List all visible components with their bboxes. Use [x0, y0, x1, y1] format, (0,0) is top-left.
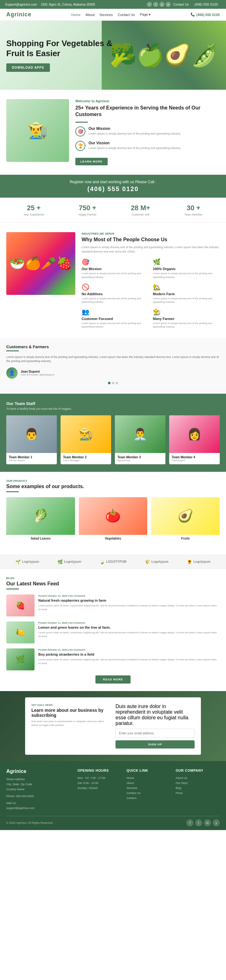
subscribe-right: Duis aute irure dolor in reprehenderit i… — [116, 704, 195, 748]
why-organic-icon: 🌿 — [153, 258, 220, 266]
partner-3[interactable]: 🍃 LOGOTYPUM — [100, 559, 126, 564]
hero-images: 🥦🍏🥑🫛 — [102, 21, 226, 90]
read-more-button[interactable]: READ MORE — [95, 675, 131, 684]
blog-meta-3: Posted October 11, 2024 | No Comment — [38, 648, 220, 651]
why-farmer-icon: 👨‍🌾 — [153, 308, 220, 316]
team-title: Our Team Staff — [6, 401, 220, 406]
footer-social: f t in y — [186, 819, 220, 826]
team-info-3: Team Member 3 Agronomist — [115, 453, 166, 464]
why-additives-title: No Additives — [81, 292, 148, 296]
blog-excerpt-2: Lorem ipsum dolor sit amet, consectetur … — [38, 631, 220, 638]
youtube-icon[interactable]: y — [166, 2, 171, 7]
why-description: Lorem ipsum is simply dummy text of the … — [81, 245, 220, 254]
why-customer-title: Customer Focused — [81, 317, 148, 321]
subscribe-title: Learn more about our business by subscri… — [31, 708, 110, 718]
email-link[interactable]: Support@agrinice.com — [5, 3, 37, 6]
product-fruits[interactable]: 🥑 Fruits — [151, 497, 220, 542]
why-item-customer: 👥 Customer Focused Lorem ipsum is simply… — [81, 308, 148, 328]
navbar-brand[interactable]: Agrinice — [6, 11, 31, 18]
nav-page[interactable]: Page ▾ — [140, 13, 151, 17]
blog-title-2[interactable]: Lemon and green leaves on the tree at fa… — [38, 625, 220, 630]
why-mission-text: Lorem ipsum is simply dummy text of the … — [81, 272, 148, 278]
partner-1[interactable]: 🌱 Logotypum — [15, 559, 39, 564]
blog-img-2: 🍋 — [6, 622, 35, 643]
industries-label: Industries We Serve — [81, 232, 220, 235]
download-apps-button[interactable]: DOWNLOAD APPS — [6, 64, 50, 72]
why-mission-title: Our Mission — [81, 267, 148, 271]
footer-instagram-icon[interactable]: in — [204, 819, 211, 826]
team-card-2: 👨‍🌾 Team Member 2 Farm Manager — [60, 415, 111, 464]
footer-company-press[interactable]: Press — [176, 791, 220, 795]
footer-link-about[interactable]: About — [126, 781, 170, 786]
footer-grid: Agrinice Street Address City, State, Zip… — [6, 768, 220, 811]
blog-content-3: Posted October 11, 2024 | No Comment Boy… — [38, 648, 220, 670]
footer-link-careers[interactable]: Careers — [126, 795, 170, 800]
partner-4-icon: 🌾 — [145, 559, 150, 564]
team-photo-4: 👩 — [169, 415, 220, 453]
cta-banner: Register now and start working with us P… — [0, 175, 226, 197]
topbar-phone[interactable]: (406) 555 0120 — [191, 1, 221, 8]
blog-title-1[interactable]: Natural fresh raspberries growing in far… — [38, 598, 220, 603]
welcome-text: Welcome to Agrinice — [75, 99, 220, 103]
footer-youtube-icon[interactable]: y — [213, 819, 220, 826]
dot-3[interactable] — [116, 382, 118, 384]
blog-title-3[interactable]: Boy picking strawberries in a field — [38, 652, 220, 657]
footer-link-services[interactable]: Services — [126, 786, 170, 791]
partner-4[interactable]: 🌾 Logotypum — [145, 559, 168, 564]
partner-5[interactable]: 🌻 Logotypum — [187, 559, 210, 564]
footer-facebook-icon[interactable]: f — [186, 819, 193, 826]
subscribe-box: Get Daily News Learn more about our busi… — [25, 697, 201, 755]
dot-2[interactable] — [112, 382, 114, 384]
nav-contact[interactable]: Contact Us — [118, 13, 135, 17]
cta-phone[interactable]: (406) 555 0120 — [6, 185, 220, 192]
testimonial-author: 👤 Jean Dupont CEO & Founder @jeandupont — [6, 368, 220, 379]
subscribe-button[interactable]: SIGN UP — [116, 740, 195, 748]
facebook-icon[interactable]: f — [147, 2, 152, 7]
stat-team-label: Team Member — [185, 213, 203, 216]
dot-1[interactable] — [108, 382, 110, 384]
stat-farmers-label: Happy Farmer — [78, 213, 97, 216]
footer-twitter-icon[interactable]: t — [195, 819, 202, 826]
veg-image: 🍅 — [79, 497, 148, 535]
footer-link-home[interactable]: Home — [126, 775, 170, 781]
footer-company-story[interactable]: Our Story — [176, 781, 220, 786]
footer-email[interactable]: support@agrinice.com — [6, 806, 73, 811]
twitter-icon[interactable]: t — [153, 2, 158, 7]
product-vegetables[interactable]: 🍅 Vegetables — [79, 497, 148, 542]
footer-company-about[interactable]: About Us — [176, 775, 220, 781]
partner-1-icon: 🌱 — [15, 559, 21, 564]
partner-2-icon: 🌿 — [57, 559, 63, 564]
testimonials-divider — [6, 350, 19, 352]
team-grid: 👨 Team Member 1 Farmer Expert 👨‍🌾 Team M… — [6, 415, 220, 464]
nav-home[interactable]: Home — [71, 13, 80, 17]
product-salad[interactable]: 🥬 Salad Leaves — [6, 497, 75, 542]
why-title: Why Most of The People Choose Us — [81, 237, 220, 243]
nav-links: Home About Services Contact Us Page ▾ — [71, 13, 151, 17]
salad-image: 🥬 — [6, 497, 75, 535]
hero-vegetables-image: 🥦🍏🥑🫛 — [102, 21, 226, 90]
footer-brand[interactable]: Agrinice — [6, 768, 73, 774]
partner-2[interactable]: 🌿 Logotypum — [57, 559, 81, 564]
why-farm-title: Modern Farm — [153, 292, 220, 296]
team-subtitle: To have a healthy body you must eat lots… — [6, 407, 220, 410]
subscribe-email-input[interactable] — [116, 729, 195, 738]
author-avatar: 👤 — [6, 368, 18, 379]
partner-2-label: Logotypum — [64, 560, 81, 563]
nav-about[interactable]: About — [85, 13, 94, 17]
partner-5-label: Logotypum — [193, 560, 210, 563]
footer-link-contact[interactable]: Contact Us — [126, 791, 170, 795]
learn-more-button[interactable]: LEARN MORE — [75, 158, 108, 165]
partners-bar: 🌱 Logotypum 🌿 Logotypum 🍃 LOGOTYPUM 🌾 Lo… — [0, 555, 226, 569]
stat-customers-label: Customer Sell — [131, 213, 150, 216]
team-photo-1: 👨 — [6, 415, 57, 453]
stat-team-number: 30 + — [185, 204, 203, 212]
partner-4-label: Logotypum — [151, 560, 168, 563]
mission-icon: 🎯 — [75, 126, 85, 137]
stat-customers-number: 28 M+ — [131, 204, 150, 212]
nav-services[interactable]: Services — [100, 13, 113, 17]
footer-company-blog[interactable]: Blog — [176, 786, 220, 791]
pinterest-icon[interactable]: p — [159, 2, 164, 7]
team-name-4: Team Member 4 — [172, 455, 217, 459]
blog-meta-1: Posted October 11, 2024 | No Comment — [38, 595, 220, 597]
salad-name: Salad Leaves — [6, 535, 75, 542]
